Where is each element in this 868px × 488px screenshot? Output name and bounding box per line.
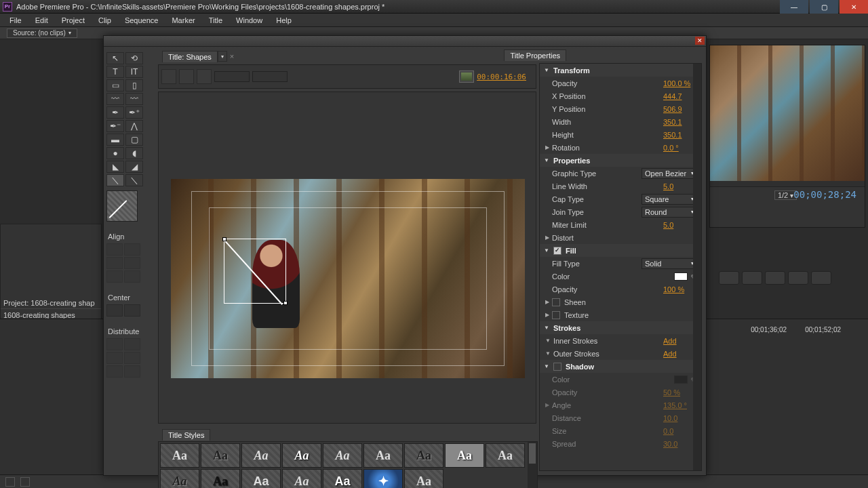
properties-group-header[interactable]: Properties — [540, 154, 701, 167]
cap-type-dropdown[interactable]: Square — [642, 194, 697, 205]
align-top-button[interactable] — [124, 257, 140, 269]
rectangle-tool[interactable]: ▬ — [106, 134, 124, 146]
menu-marker[interactable]: Marker — [165, 16, 201, 24]
export-frame-button[interactable] — [811, 271, 831, 285]
templates-button[interactable] — [197, 69, 212, 84]
width-value[interactable]: 350.1 — [663, 118, 697, 126]
titler-close-button[interactable]: ✕ — [695, 37, 705, 45]
selection-handle[interactable] — [283, 301, 288, 305]
title-properties-tab[interactable]: Title Properties — [504, 49, 566, 61]
style-swatch[interactable]: ✦ — [363, 469, 403, 488]
line-tool[interactable]: ＼ — [106, 174, 124, 186]
sheen-checkbox[interactable] — [552, 298, 560, 306]
color-swatch[interactable] — [106, 190, 138, 222]
distribute-button[interactable] — [124, 338, 140, 350]
title-tab-close[interactable]: × — [227, 52, 237, 60]
vertical-type-tool[interactable]: IT — [125, 66, 143, 78]
menu-edit[interactable]: Edit — [28, 16, 55, 24]
style-swatch[interactable]: Aa — [404, 469, 443, 488]
step-button[interactable] — [788, 271, 808, 285]
styles-scrollbar[interactable] — [528, 442, 537, 488]
new-title-button[interactable] — [161, 69, 176, 84]
graphic-type-dropdown[interactable]: Open Bezier — [642, 168, 697, 179]
font-style-dropdown[interactable] — [252, 71, 288, 82]
style-swatch[interactable]: Aa — [323, 469, 362, 488]
window-maximize-button[interactable]: ▢ — [810, 0, 838, 14]
selection-handle[interactable] — [222, 237, 226, 241]
style-swatch[interactable]: Aa — [241, 443, 281, 468]
arc-tool[interactable]: ◢ — [125, 161, 143, 173]
window-minimize-button[interactable]: — — [780, 0, 808, 14]
rotation-value[interactable]: 0.0 ° — [663, 144, 697, 152]
view-thumb-button[interactable] — [20, 477, 30, 487]
clipped-rect-tool[interactable]: ◖ — [125, 147, 143, 159]
fill-type-dropdown[interactable]: Solid — [642, 258, 697, 269]
distribute-button[interactable] — [124, 365, 140, 378]
fill-opacity-value[interactable]: 100 % — [663, 285, 697, 293]
title-canvas[interactable] — [171, 179, 525, 378]
shape-selection-box[interactable] — [224, 239, 286, 304]
pen-tool[interactable]: ✒ — [106, 106, 124, 119]
style-swatch[interactable]: Aa — [486, 443, 525, 468]
mark-out-button[interactable] — [742, 271, 762, 285]
rotate-tool[interactable]: ⟲ — [125, 52, 143, 64]
texture-checkbox[interactable] — [552, 311, 560, 319]
wedge-tool[interactable]: ◣ — [106, 161, 124, 173]
program-timecode[interactable]: 00;00;28;24 — [793, 189, 856, 200]
rotation-row[interactable]: Rotation0.0 ° — [540, 141, 701, 154]
strokes-group-header[interactable]: Strokes — [540, 321, 701, 334]
menu-project[interactable]: Project — [55, 16, 92, 24]
ellipse-tool[interactable]: ● — [106, 147, 124, 159]
line-tool-alt[interactable]: ＼ — [125, 174, 143, 186]
transform-group-header[interactable]: Transform — [540, 64, 701, 77]
style-swatch[interactable]: Aa — [201, 469, 240, 488]
align-right-button[interactable] — [106, 257, 123, 269]
y-position-value[interactable]: 506.9 — [663, 105, 697, 113]
distribute-button[interactable] — [106, 338, 123, 350]
area-type-tool[interactable]: ▭ — [106, 79, 124, 92]
background-timecode[interactable]: 00:00:16:06 — [477, 73, 526, 81]
style-swatch[interactable]: Aa — [282, 443, 321, 468]
opacity-value[interactable]: 100.0 % — [663, 79, 697, 87]
style-swatch[interactable]: Aa — [445, 443, 484, 468]
mark-in-button[interactable] — [719, 271, 739, 285]
rounded-rect-tool[interactable]: ▢ — [125, 134, 143, 146]
source-dropdown[interactable]: Source: (no clips) — [7, 28, 77, 38]
play-button[interactable] — [765, 271, 785, 285]
center-h-button[interactable] — [106, 304, 123, 317]
properties-scrollbar[interactable] — [693, 64, 701, 470]
fill-checkbox[interactable] — [553, 247, 561, 255]
font-family-dropdown[interactable] — [214, 71, 250, 82]
add-outer-stroke[interactable]: Add — [663, 350, 697, 358]
style-swatch[interactable]: Aa — [282, 469, 321, 488]
style-swatch[interactable]: Aa — [160, 469, 199, 488]
style-swatch[interactable]: Aa — [201, 443, 240, 468]
vertical-path-type-tool[interactable]: 〰 — [125, 93, 143, 105]
center-v-button[interactable] — [124, 304, 140, 317]
title-styles-tab[interactable]: Title Styles — [162, 429, 210, 441]
add-anchor-tool[interactable]: ✒⁺ — [125, 106, 143, 119]
menu-file[interactable]: File — [3, 16, 28, 24]
vertical-area-type-tool[interactable]: ▯ — [125, 79, 143, 92]
window-close-button[interactable]: ✕ — [840, 0, 868, 14]
style-swatch[interactable]: Aa — [363, 443, 403, 468]
distort-row[interactable]: Distort — [540, 231, 701, 244]
inner-strokes-row[interactable]: Inner StrokesAdd — [540, 334, 701, 347]
shadow-color-swatch[interactable] — [674, 375, 688, 384]
align-left-button[interactable] — [106, 243, 123, 256]
style-swatch[interactable]: Aa — [241, 469, 281, 488]
menu-help[interactable]: Help — [269, 16, 298, 24]
add-inner-stroke[interactable]: Add — [663, 337, 697, 345]
title-tab[interactable]: Title: Shapes — [162, 51, 218, 62]
title-tab-menu[interactable]: ▾ — [218, 51, 227, 62]
menu-clip[interactable]: Clip — [92, 16, 118, 24]
sheen-row[interactable]: Sheen — [540, 296, 701, 308]
join-type-dropdown[interactable]: Round — [642, 207, 697, 218]
type-tool[interactable]: T — [106, 66, 124, 78]
menu-sequence[interactable]: Sequence — [118, 16, 165, 24]
line-width-value[interactable]: 5.0 — [663, 182, 697, 190]
titler-header[interactable]: ✕ — [104, 36, 706, 47]
delete-anchor-tool[interactable]: ✒⁻ — [106, 120, 124, 132]
distribute-button[interactable] — [124, 352, 140, 364]
distribute-button[interactable] — [106, 352, 123, 364]
